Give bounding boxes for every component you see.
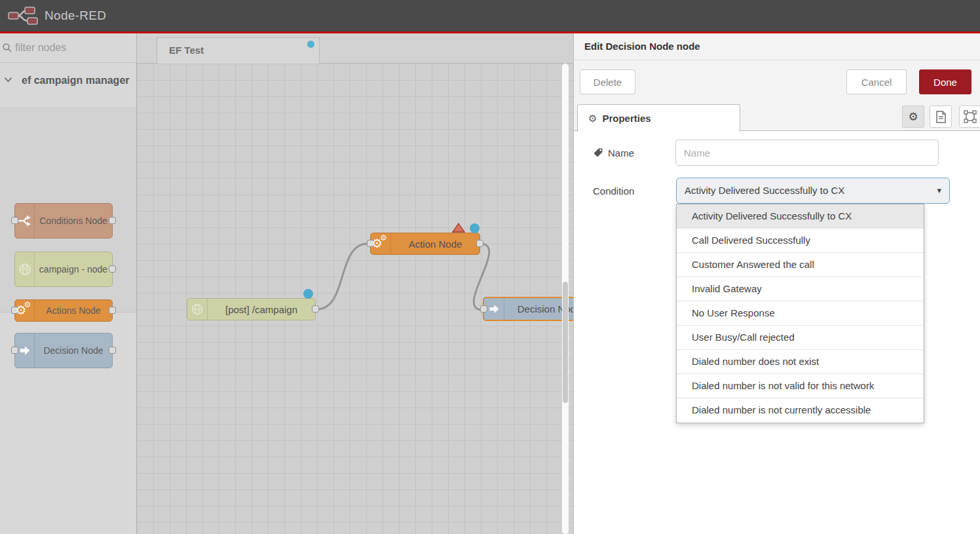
palette-category-body: Conditions Node campaign - node ⚙⚙ Actio… — [0, 107, 136, 313]
tag-icon — [593, 147, 603, 158]
palette-node-label: Actions Node — [35, 300, 112, 321]
node-red-logo-icon — [8, 5, 38, 26]
palette-node-campaign[interactable]: campaign - node — [14, 252, 113, 287]
dropdown-caret-icon: ▾ — [937, 178, 941, 203]
arrow-icon — [484, 298, 504, 320]
tray-title: Edit Decision Node node — [574, 33, 980, 60]
canvas-vertical-scrollbar[interactable] — [562, 64, 569, 534]
flow-node-post-campaign[interactable]: [post] /campaign — [187, 298, 316, 320]
condition-label-group: Condition — [593, 178, 634, 204]
dropdown-option[interactable]: User Busy/Call rejected — [677, 326, 924, 350]
flow-node-action[interactable]: ⚙⚙ Action Node — [370, 233, 480, 255]
app-header: Node-RED — [0, 0, 980, 31]
gears-icon: ⚙⚙ — [15, 300, 35, 321]
changed-badge — [470, 223, 480, 233]
name-input[interactable] — [675, 140, 939, 166]
tray-tab-bar: ⚙ Properties ⚙ — [574, 100, 980, 131]
output-port[interactable] — [312, 305, 319, 313]
condition-form-row: Condition Activity Delivered Successfull… — [574, 178, 980, 204]
document-icon — [935, 111, 947, 123]
condition-selected-value: Activity Delivered Successfully to CX — [685, 185, 844, 196]
palette-node-label: Conditions Node — [35, 204, 112, 238]
tray-header: Edit Decision Node node Delete Cancel Do… — [574, 33, 980, 131]
flow-node-label: Action Node — [391, 233, 480, 254]
canvas-grid[interactable]: [post] /campaign ⚙⚙ Action Node Decision… — [137, 64, 573, 534]
flow-node-label: [post] /campaign — [208, 299, 315, 320]
output-port[interactable] — [476, 240, 483, 247]
edit-node-tray: Edit Decision Node node Delete Cancel Do… — [573, 33, 980, 534]
error-triangle-icon — [452, 223, 465, 233]
tab-properties[interactable]: ⚙ Properties — [577, 104, 740, 132]
properties-tab-button[interactable]: ⚙ — [902, 105, 924, 128]
palette-category-label: ef campaign manager — [22, 72, 130, 88]
gear-icon: ⚙ — [908, 110, 918, 124]
palette-search-placeholder: filter nodes — [15, 42, 66, 54]
palette-search[interactable]: filter nodes — [0, 33, 136, 63]
dropdown-option[interactable]: Customer Answered the call — [677, 253, 924, 277]
palette-node-decision[interactable]: Decision Node — [14, 333, 113, 368]
wire[interactable] — [317, 244, 368, 309]
dropdown-option[interactable]: Dialed number is not currently accessibl… — [677, 398, 924, 423]
gears-icon: ⚙⚙ — [371, 233, 391, 254]
dropdown-option[interactable]: Call Delivered Successfully — [677, 229, 924, 253]
name-label: Name — [608, 147, 634, 159]
search-icon — [2, 43, 12, 53]
node-edit-form: Name Condition Activity Delivered Succes… — [574, 131, 980, 204]
output-port[interactable] — [109, 265, 116, 273]
name-form-row: Name — [574, 140, 980, 166]
globe-icon — [187, 299, 208, 320]
chevron-down-icon — [4, 75, 12, 84]
output-port[interactable] — [109, 347, 116, 354]
tab-label: EF Test — [169, 45, 204, 56]
palette-node-label: campaign - node — [35, 252, 112, 286]
output-port[interactable] — [109, 217, 116, 224]
condition-label: Condition — [593, 185, 634, 197]
dropdown-option[interactable]: Invalid Gateway — [677, 277, 924, 301]
changed-badge — [307, 41, 314, 48]
arrow-icon — [15, 334, 35, 368]
appearance-icon — [964, 110, 977, 123]
input-port[interactable] — [480, 305, 487, 313]
palette-node-label: Decision Node — [35, 334, 112, 368]
scrollbar-thumb[interactable] — [563, 282, 568, 403]
name-label-group: Name — [593, 140, 634, 166]
palette-node-actions[interactable]: ⚙⚙ Actions Node — [14, 299, 113, 322]
flow-canvas: EF Test [post] /campaign — [137, 33, 573, 534]
app-title: Node-RED — [45, 9, 106, 23]
tab-ef-test[interactable]: EF Test — [157, 37, 320, 64]
palette-category-header[interactable]: ef campaign manager — [0, 63, 136, 107]
dropdown-option[interactable]: No User Response — [677, 301, 924, 326]
globe-icon — [15, 252, 35, 286]
done-button[interactable]: Done — [919, 69, 971, 94]
dropdown-option[interactable]: Dialed number is not valid for this netw… — [677, 374, 924, 398]
output-port[interactable] — [109, 307, 116, 314]
changed-badge — [303, 289, 313, 299]
description-tab-button[interactable] — [930, 105, 952, 128]
dropdown-option[interactable]: Dialed number does not exist — [677, 350, 924, 374]
gear-icon: ⚙ — [588, 113, 597, 124]
flow-node-decision-selected[interactable]: Decision Node — [483, 297, 573, 321]
fork-icon — [15, 204, 35, 238]
tray-button-row: Delete Cancel Done — [574, 60, 980, 100]
condition-dropdown-list: Activity Delivered Successfully to CX Ca… — [676, 204, 924, 423]
tab-properties-label: Properties — [602, 113, 650, 124]
appearance-tab-button[interactable] — [959, 105, 980, 128]
dropdown-option[interactable]: Activity Delivered Successfully to CX — [677, 204, 924, 229]
cancel-button[interactable]: Cancel — [846, 69, 907, 94]
palette-sidebar: filter nodes ef campaign manager Conditi… — [0, 33, 137, 534]
condition-select[interactable]: Activity Delivered Successfully to CX ▾ — [676, 178, 950, 204]
workspace-tab-bar: EF Test — [137, 33, 573, 64]
palette-node-conditions[interactable]: Conditions Node — [14, 203, 113, 238]
delete-button[interactable]: Delete — [580, 69, 635, 94]
